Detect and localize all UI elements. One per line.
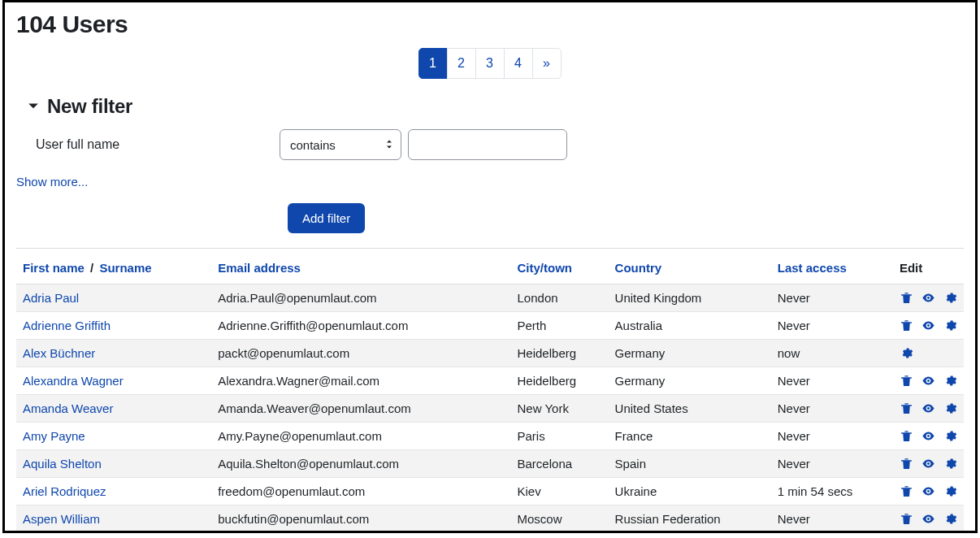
table-row: Amy PayneAmy.Payne@openumlaut.comParisFr… [16,423,964,450]
col-header-first-name[interactable]: First name [23,261,85,275]
page-1[interactable]: 1 [418,48,448,79]
trash-icon[interactable] [900,374,913,388]
cell-actions [893,505,964,533]
user-name-link[interactable]: Aspen William [23,512,100,526]
col-header-city[interactable]: City/town [511,252,609,284]
cell-email: Alexandra.Wagner@mail.com [211,367,510,395]
table-row: Aspen Williambuckfutin@openumlaut.comMos… [16,505,964,533]
gear-icon[interactable] [943,484,957,498]
trash-icon[interactable] [900,512,913,526]
col-header-surname[interactable]: Surname [99,261,151,275]
eye-icon[interactable] [921,512,935,526]
cell-country: Russian Federation [609,505,771,533]
add-filter-button[interactable]: Add filter [288,203,365,233]
cell-email: Adria.Paul@openumlaut.com [211,284,510,312]
user-name-link[interactable]: Amy Payne [23,429,85,443]
cell-email: buckfutin@openumlaut.com [211,505,510,533]
trash-icon[interactable] [900,484,913,498]
eye-icon[interactable] [921,401,935,415]
filter-heading: New filter [47,95,132,118]
cell-last_access: Never [771,367,893,395]
gear-icon[interactable] [900,346,913,360]
user-name-link[interactable]: Alex Büchner [23,346,95,360]
cell-city: London [511,284,609,312]
cell-city: Kiev [511,478,609,505]
cell-actions [893,423,964,450]
eye-icon[interactable] [921,319,935,332]
cell-actions [893,284,964,312]
cell-actions [893,478,964,505]
user-name-link[interactable]: Alexandra Wagner [23,374,124,388]
trash-icon[interactable] [900,401,913,415]
eye-icon[interactable] [921,484,935,498]
table-row: Aquila SheltonAquila.Shelton@openumlaut.… [16,450,964,478]
user-name-link[interactable]: Amanda Weaver [23,401,113,415]
filter-value-input[interactable] [408,129,567,160]
users-tbody: Adria PaulAdria.Paul@openumlaut.comLondo… [16,284,964,533]
trash-icon[interactable] [900,291,913,305]
cell-city: Heidelberg [511,367,609,395]
gear-icon[interactable] [943,401,957,415]
cell-city: Perth [511,312,609,340]
col-header-country[interactable]: Country [609,252,771,284]
cell-email: Adrienne.Griffith@openumlaut.com [211,312,510,340]
cell-city: New York [511,395,609,423]
trash-icon[interactable] [900,429,913,443]
user-name-link[interactable]: Aquila Shelton [23,457,102,471]
cell-city: Heidelberg [511,340,609,367]
users-table: First name / Surname Email address City/… [16,252,964,533]
page-next[interactable]: » [532,48,562,79]
cell-country: Germany [609,367,771,395]
cell-city: Moscow [511,505,609,533]
divider [16,248,964,249]
cell-email: Aquila.Shelton@openumlaut.com [211,450,510,478]
eye-icon[interactable] [921,457,935,471]
page-2[interactable]: 2 [447,48,476,79]
cell-country: Ukraine [609,478,771,505]
filter-operator-wrap: contains [280,129,401,160]
cell-country: Germany [609,340,771,367]
table-row: Amanda WeaverAmanda.Weaver@openumlaut.co… [16,395,964,423]
gear-icon[interactable] [943,429,957,443]
cell-country: Spain [609,450,771,478]
filter-operator-select[interactable]: contains [280,129,401,160]
filter-section: New filter User full name contains Show … [16,95,964,233]
name-sep: / [85,261,100,275]
eye-icon[interactable] [921,291,935,305]
gear-icon[interactable] [943,291,957,305]
gear-icon[interactable] [943,512,957,526]
eye-icon[interactable] [921,374,935,388]
user-name-link[interactable]: Adria Paul [23,291,79,305]
page-4[interactable]: 4 [504,48,533,79]
gear-icon[interactable] [943,374,957,388]
col-header-last-access[interactable]: Last access [771,252,893,284]
cell-actions [893,312,964,340]
page-3[interactable]: 3 [475,48,505,79]
gear-icon[interactable] [943,457,957,471]
cell-last_access: 1 min 54 secs [771,478,893,505]
cell-actions [893,340,964,367]
eye-icon[interactable] [921,429,935,443]
cell-last_access: Never [771,450,893,478]
user-name-link[interactable]: Adrienne Griffith [23,319,111,332]
show-more-link[interactable]: Show more... [16,175,88,189]
col-header-email[interactable]: Email address [211,252,510,284]
pagination: 1234» [16,48,964,79]
trash-icon[interactable] [900,457,913,471]
cell-country: United Kingdom [609,284,771,312]
chevron-down-icon [28,101,39,112]
page-title: 104 Users [16,11,964,38]
col-header-name[interactable]: First name / Surname [16,252,211,284]
cell-email: Amanda.Weaver@openumlaut.com [211,395,510,423]
cell-email: Amy.Payne@openumlaut.com [211,423,510,450]
cell-city: Paris [511,423,609,450]
gear-icon[interactable] [943,319,957,332]
table-row: Adrienne GriffithAdrienne.Griffith@openu… [16,312,964,340]
cell-country: United States [609,395,771,423]
cell-email: freedom@openumlaut.com [211,478,510,505]
user-name-link[interactable]: Ariel Rodriquez [23,484,106,498]
cell-last_access: Never [771,505,893,533]
cell-last_access: Never [771,284,893,312]
trash-icon[interactable] [900,319,913,332]
filter-toggle[interactable]: New filter [28,95,964,118]
